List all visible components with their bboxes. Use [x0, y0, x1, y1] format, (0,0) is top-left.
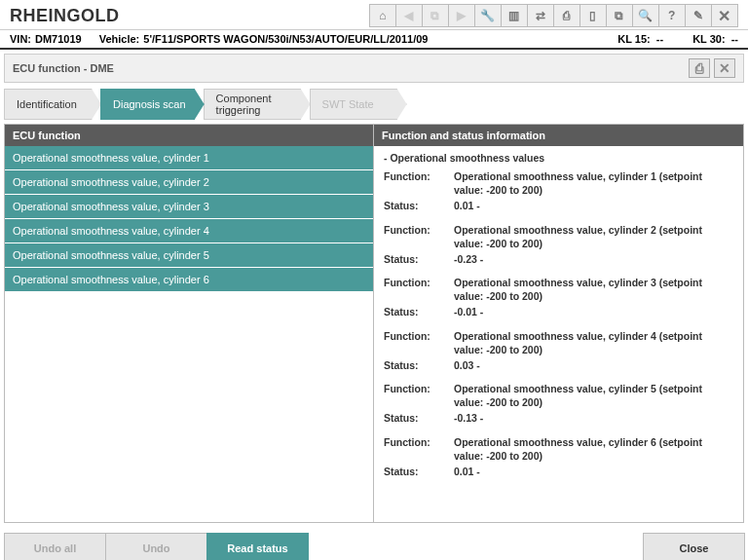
- kl15-label: KL 15:: [617, 33, 650, 45]
- close-icon[interactable]: ✕: [711, 4, 738, 27]
- panel-title: ECU function - DME: [13, 62, 114, 74]
- vehicle-label: Vehicle:: [99, 33, 140, 45]
- home-icon[interactable]: ⌂: [369, 4, 396, 27]
- tab-swt-state: SWT State: [310, 89, 407, 120]
- section-title: - Operational smoothness values: [384, 152, 733, 164]
- back-icon[interactable]: ◀: [395, 4, 423, 27]
- windows-icon[interactable]: ⧉: [606, 4, 633, 27]
- help-icon[interactable]: ?: [658, 4, 686, 27]
- kl30-value: --: [731, 33, 738, 45]
- function-label: Function:: [384, 169, 454, 197]
- function-value-3: Operational smoothness value, cylinder 3…: [454, 276, 733, 303]
- status-value-6: 0.01 -: [454, 465, 733, 478]
- ecu-function-list: Operational smoothness value, cylinder 1…: [5, 146, 373, 292]
- status-label: Status:: [384, 465, 454, 478]
- list-item[interactable]: Operational smoothness value, cylinder 4: [5, 219, 373, 243]
- list-item[interactable]: Operational smoothness value, cylinder 6: [5, 268, 373, 292]
- panel-header: ECU function - DME ⎙ ✕: [4, 54, 744, 83]
- right-pane: Function and status information - Operat…: [374, 125, 743, 522]
- function-label: Function:: [384, 435, 454, 463]
- status-label: Status:: [384, 411, 454, 425]
- close-panel-icon[interactable]: ✕: [714, 58, 735, 78]
- status-value-1: 0.01 -: [454, 199, 733, 212]
- status-info-header: Function and status information: [374, 125, 743, 146]
- print-panel-icon[interactable]: ⎙: [689, 58, 710, 78]
- device-icon[interactable]: ▯: [580, 4, 607, 27]
- app-title: RHEINGOLD: [10, 6, 120, 26]
- history-icon[interactable]: ⧉: [422, 4, 449, 27]
- undo-all-button[interactable]: Undo all: [4, 533, 106, 560]
- kl15-value: --: [656, 33, 663, 45]
- undo-button[interactable]: Undo: [105, 533, 207, 560]
- function-label: Function:: [384, 276, 454, 303]
- search-icon[interactable]: 🔍: [632, 4, 659, 27]
- status-value-5: -0.13 -: [454, 411, 733, 425]
- status-value-4: 0.03 -: [454, 358, 733, 372]
- vin-label: VIN:: [10, 33, 31, 45]
- edit-icon[interactable]: ✎: [685, 4, 712, 27]
- status-label: Status:: [384, 305, 454, 318]
- status-value-3: -0.01 -: [454, 305, 733, 318]
- list-item[interactable]: Operational smoothness value, cylinder 3: [5, 195, 373, 219]
- list-item[interactable]: Operational smoothness value, cylinder 5: [5, 243, 373, 268]
- function-value-1: Operational smoothness value, cylinder 1…: [454, 169, 733, 197]
- tab-component-triggering[interactable]: Component triggering: [204, 89, 311, 120]
- footer: Undo all Undo Read status Close: [4, 533, 744, 560]
- info-bar: VIN: DM71019 Vehicle: 5'/F11/SPORTS WAGO…: [0, 29, 748, 50]
- left-pane: ECU function Operational smoothness valu…: [5, 125, 374, 522]
- top-toolbar: ⌂ ◀ ⧉ ▶ 🔧 ▥ ⇄ ⎙ ▯ ⧉ 🔍 ? ✎ ✕: [370, 4, 738, 27]
- function-value-6: Operational smoothness value, cylinder 6…: [454, 435, 733, 463]
- status-label: Status:: [384, 252, 454, 266]
- forward-icon[interactable]: ▶: [448, 4, 475, 27]
- status-label: Status:: [384, 358, 454, 372]
- print-icon[interactable]: ⎙: [553, 4, 580, 27]
- function-value-4: Operational smoothness value, cylinder 4…: [454, 329, 733, 356]
- close-button[interactable]: Close: [643, 533, 745, 560]
- content: ECU function Operational smoothness valu…: [4, 124, 744, 523]
- vehicle-value: 5'/F11/SPORTS WAGON/530i/N53/AUTO/EUR/LL…: [143, 33, 428, 45]
- grid-icon[interactable]: ▥: [501, 4, 528, 27]
- function-label: Function:: [384, 382, 454, 409]
- function-label: Function:: [384, 223, 454, 250]
- function-value-2: Operational smoothness value, cylinder 2…: [454, 223, 733, 250]
- ecu-function-header: ECU function: [5, 125, 373, 146]
- tabs: Identification Diagnosis scan Component …: [4, 89, 744, 120]
- tab-diagnosis-scan[interactable]: Diagnosis scan: [100, 89, 205, 120]
- tab-identification[interactable]: Identification: [4, 89, 101, 120]
- read-status-button[interactable]: Read status: [206, 533, 309, 560]
- status-info-body: - Operational smoothness values Function…: [374, 146, 743, 494]
- list-item[interactable]: Operational smoothness value, cylinder 2: [5, 170, 373, 195]
- vin-value: DM71019: [35, 33, 82, 45]
- swap-icon[interactable]: ⇄: [527, 4, 554, 27]
- function-value-5: Operational smoothness value, cylinder 5…: [454, 382, 733, 409]
- status-label: Status:: [384, 199, 454, 212]
- status-value-2: -0.23 -: [454, 252, 733, 266]
- function-label: Function:: [384, 329, 454, 356]
- list-item[interactable]: Operational smoothness value, cylinder 1: [5, 146, 373, 170]
- wrench-icon[interactable]: 🔧: [474, 4, 502, 27]
- kl30-label: KL 30:: [692, 33, 725, 45]
